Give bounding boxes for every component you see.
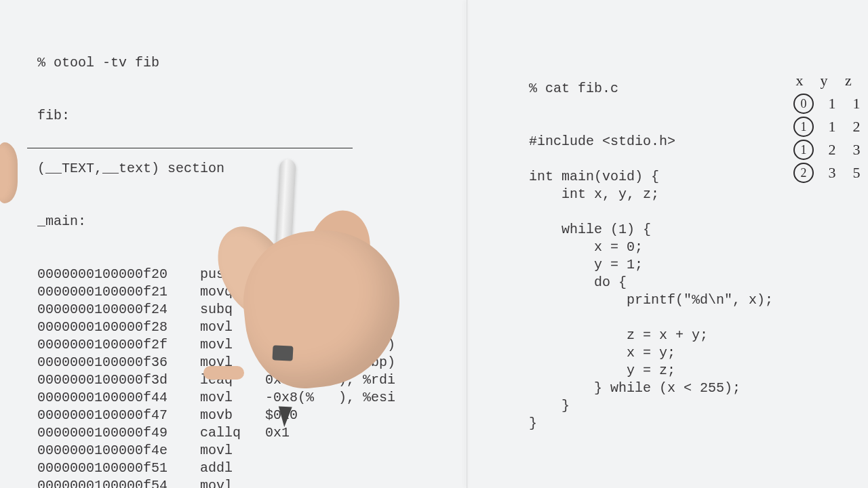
asm-row: 0000000100000f21 movq %rsp, %rbp <box>37 283 395 301</box>
disassembly-panel: % otool -tv fib fib: (__TEXT,__text) sec… <box>37 19 395 488</box>
trace-row: 112 <box>793 115 863 138</box>
source-line: #include <stdio.h> <box>529 133 773 150</box>
trace-col-y: y <box>818 69 830 92</box>
source-line: while (1) { <box>529 221 773 239</box>
trace-row: 235 <box>793 161 863 184</box>
asm-row: 0000000100000f51 addl <box>37 460 395 477</box>
source-line: int x, y, z; <box>529 186 773 203</box>
trace-row: 011 <box>793 92 863 115</box>
asm-row: 0000000100000f49 callq 0x1 <box>37 424 395 442</box>
page: % otool -tv fib fib: (__TEXT,__text) sec… <box>0 0 868 488</box>
source-line: z = x + y; <box>529 327 773 344</box>
section-header: (__TEXT,__text) section <box>37 160 395 178</box>
symbol-main: _main: <box>37 213 395 230</box>
trace-row: 123 <box>793 138 863 161</box>
trace-x: 0 <box>793 94 814 114</box>
source-line <box>529 203 773 221</box>
source-line: do { <box>529 274 773 291</box>
asm-row: 0000000100000f28 movl $0x0, -0x4(%rbp) <box>37 319 395 336</box>
trace-y: 3 <box>826 161 838 184</box>
asm-row: 0000000100000f24 subq $0x20, %rsp <box>37 301 395 319</box>
asm-row: 0000000100000f54 movl <box>37 477 395 488</box>
trace-col-x: x <box>793 69 806 92</box>
source-line <box>529 150 773 168</box>
trace-x: 1 <box>793 117 814 137</box>
source-listing: #include <stdio.h> int main(void) { int … <box>529 133 773 432</box>
source-line <box>529 309 773 327</box>
source-line: printf("%d\n", x); <box>529 291 773 309</box>
source-line: } while (x < 255); <box>529 380 773 397</box>
otool-command: % otool -tv fib <box>37 54 395 72</box>
trace-col-z: z <box>842 69 854 92</box>
trace-z: 2 <box>850 115 863 138</box>
source-line: y = 1; <box>529 256 773 274</box>
source-line: y = z; <box>529 362 773 380</box>
trace-table: x y z 011112123235 <box>793 69 863 184</box>
asm-listing: 0000000100000f20 pushq %rbp0000000100000… <box>37 266 395 488</box>
asm-row: 0000000100000f36 movl $0x1, xc(%rbp) <box>37 354 395 371</box>
trace-y: 1 <box>826 92 838 115</box>
asm-row: 0000000100000f44 movl -0x8(% ), %esi <box>37 389 395 407</box>
source-line: } <box>529 397 773 415</box>
trace-y: 2 <box>826 138 838 161</box>
trace-y: 1 <box>826 115 838 138</box>
asm-row: 0000000100000f2f movl $0x0, -0x8(%rbp) <box>37 336 395 354</box>
pen-underline <box>27 148 353 148</box>
source-line: int main(void) { <box>529 168 773 186</box>
trace-header: x y z <box>793 69 863 92</box>
source-line: x = 0; <box>529 239 773 256</box>
page-fold <box>467 0 468 488</box>
asm-row: 0000000100000f47 movb $0x0 <box>37 407 395 424</box>
cat-command: % cat fib.c <box>529 80 773 98</box>
asm-row: 0000000100000f20 pushq %rbp <box>37 266 395 283</box>
trace-x: 2 <box>793 163 814 183</box>
asm-row: 0000000100000f3d leaq 0x56(% ), %rdi <box>37 371 395 389</box>
trace-z: 1 <box>850 92 863 115</box>
trace-x: 1 <box>793 140 814 160</box>
source-line: } <box>529 415 773 432</box>
asm-row: 0000000100000f4e movl <box>37 442 395 460</box>
source-line: x = y; <box>529 344 773 362</box>
binary-label: fib: <box>37 107 395 125</box>
trace-z: 3 <box>850 138 863 161</box>
trace-z: 5 <box>850 161 863 184</box>
source-panel: % cat fib.c #include <stdio.h> int main(… <box>529 45 773 468</box>
left-hand-fingers <box>0 142 18 203</box>
